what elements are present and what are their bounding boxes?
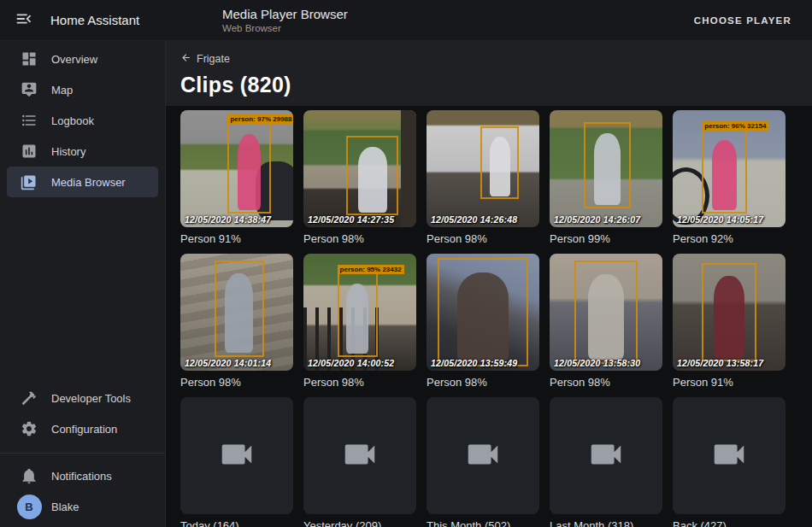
video-camera-icon — [709, 435, 749, 477]
topbar-left: Home Assistant — [0, 3, 166, 38]
sidebar-item-profile[interactable]: B Blake — [7, 491, 158, 522]
person-figure — [238, 134, 262, 209]
video-camera-icon — [463, 435, 503, 477]
sidebar-toggle-button[interactable] — [7, 3, 41, 38]
sidebar-item-configuration[interactable]: Configuration — [7, 413, 158, 444]
folder-thumbnail — [303, 397, 416, 514]
person-figure — [346, 284, 368, 353]
map-person-icon — [7, 81, 51, 98]
folder-thumbnail — [550, 397, 662, 514]
choose-player-button[interactable]: CHOOSE PLAYER — [689, 9, 797, 32]
clip-card[interactable]: 12/05/2020 13:58:30 Person 98% — [550, 254, 662, 389]
clip-thumbnail: person: 97% 29988 12/05/2020 14:38:47 — [180, 110, 293, 227]
clip-thumbnail: 12/05/2020 13:58:30 — [550, 254, 662, 371]
view-dashboard-icon — [7, 50, 51, 67]
detection-bbox — [346, 136, 398, 215]
clip-card[interactable]: 12/05/2020 14:01:14 Person 98% — [180, 254, 293, 389]
clip-card[interactable]: person: 97% 29988 12/05/2020 14:38:47 Pe… — [180, 110, 293, 246]
clip-thumbnail: person: 96% 32154 12/05/2020 14:05:17 — [673, 110, 786, 227]
sidebar-item-media-browser[interactable]: Media Browser — [7, 167, 158, 197]
sidebar-item-developer-tools[interactable]: Developer Tools — [7, 383, 158, 413]
clip-caption: Person 91% — [180, 231, 293, 246]
sidebar-item-history[interactable]: History — [7, 136, 158, 167]
clip-timestamp: 12/05/2020 14:38:47 — [185, 214, 271, 225]
clip-card[interactable]: person: 95% 23432 12/05/2020 14:00:52 Pe… — [303, 254, 416, 389]
app-title: Home Assistant — [50, 13, 139, 27]
person-figure — [594, 133, 621, 205]
clip-caption: Person 91% — [673, 375, 786, 389]
video-camera-icon — [217, 435, 256, 477]
clip-thumbnail: person: 95% 23432 12/05/2020 14:00:52 — [303, 254, 416, 371]
sidebar-item-label: History — [51, 145, 85, 158]
content-header: Frigate Clips (820) — [166, 41, 812, 106]
clip-timestamp: 12/05/2020 13:58:30 — [554, 358, 640, 368]
detection-label: person: 96% 32154 — [702, 121, 768, 131]
folder-card-last-month[interactable]: Last Month (318) — [550, 397, 662, 527]
sidebar: Overview Map Logbook History — [0, 41, 166, 527]
clip-caption: Person 98% — [427, 375, 539, 389]
sidebar-item-notifications[interactable]: Notifications — [7, 460, 158, 491]
detection-bbox: person: 96% 32154 — [702, 129, 747, 214]
clip-caption: Person 98% — [550, 375, 662, 389]
clip-grid-area: person: 97% 29988 12/05/2020 14:38:47 Pe… — [166, 106, 812, 527]
sidebar-item-label: Blake — [51, 501, 79, 513]
gear-icon — [7, 420, 51, 437]
folder-label: Yesterday (209) — [303, 518, 416, 527]
page-title: Clips (820) — [180, 73, 798, 97]
folder-card-yesterday[interactable]: Yesterday (209) — [303, 397, 416, 527]
person-figure — [490, 137, 511, 196]
person-figure — [457, 272, 509, 362]
sidebar-item-overview[interactable]: Overview — [7, 44, 158, 74]
clip-card[interactable]: 12/05/2020 14:26:07 Person 99% — [550, 110, 662, 246]
sidebar-divider — [0, 453, 165, 454]
clip-card[interactable]: 12/05/2020 14:26:48 Person 98% — [427, 110, 539, 246]
clip-card[interactable]: person: 96% 32154 12/05/2020 14:05:17 Pe… — [673, 110, 786, 246]
folder-thumbnail — [180, 397, 293, 514]
clip-card[interactable]: 12/05/2020 13:59:49 Person 98% — [427, 254, 539, 389]
clip-card[interactable]: 12/05/2020 13:58:17 Person 91% — [673, 254, 786, 389]
person-figure — [358, 147, 387, 213]
menu-open-icon — [15, 9, 33, 31]
folder-card-today[interactable]: Today (164) — [180, 397, 293, 527]
breadcrumb-back[interactable]: Frigate — [180, 52, 230, 66]
clip-card[interactable]: 12/05/2020 14:27:35 Person 98% — [303, 110, 416, 246]
breadcrumb-label: Frigate — [197, 53, 230, 65]
folder-label: Today (164) — [180, 518, 293, 527]
clip-caption: Person 98% — [303, 375, 416, 389]
dialog-title: Media Player Browser — [222, 7, 348, 22]
sidebar-item-label: Overview — [51, 53, 97, 66]
clip-timestamp: 12/05/2020 13:59:49 — [431, 358, 517, 368]
person-figure — [712, 140, 737, 209]
bulleted-list-icon — [7, 112, 51, 129]
chart-box-icon — [7, 143, 51, 160]
video-camera-icon — [340, 435, 380, 477]
detection-bbox — [438, 258, 528, 366]
detection-bbox: person: 97% 29988 — [227, 122, 270, 214]
sidebar-item-label: Map — [51, 84, 73, 97]
clip-caption: Person 99% — [550, 231, 662, 246]
clip-thumbnail: 12/05/2020 14:26:48 — [427, 110, 539, 227]
sidebar-item-map[interactable]: Map — [7, 74, 158, 105]
detection-bbox — [702, 263, 756, 361]
folder-card-back[interactable]: Back (427) — [673, 397, 786, 527]
video-camera-icon — [586, 435, 626, 477]
clip-thumbnail: 12/05/2020 14:27:35 — [303, 110, 416, 227]
person-figure — [714, 276, 744, 358]
hammer-icon — [7, 389, 51, 407]
clip-caption: Person 98% — [427, 231, 539, 246]
top-bar: Home Assistant Media Player Browser Web … — [0, 0, 812, 41]
clip-grid: person: 97% 29988 12/05/2020 14:38:47 Pe… — [166, 106, 812, 527]
folder-card-this-month[interactable]: This Month (502) — [427, 397, 539, 527]
clip-timestamp: 12/05/2020 14:05:17 — [677, 214, 763, 225]
clip-timestamp: 12/05/2020 14:26:07 — [554, 214, 640, 225]
detection-label: person: 95% 23432 — [338, 265, 404, 274]
clip-thumbnail: 12/05/2020 14:26:07 — [550, 110, 662, 227]
sidebar-item-label: Notifications — [51, 470, 112, 483]
sidebar-item-label: Logbook — [51, 114, 94, 127]
clip-thumbnail: 12/05/2020 13:58:17 — [673, 254, 786, 371]
folder-thumbnail — [427, 397, 539, 514]
sidebar-item-logbook[interactable]: Logbook — [7, 105, 158, 136]
avatar: B — [7, 495, 51, 519]
person-figure — [225, 273, 252, 353]
clip-timestamp: 12/05/2020 14:00:52 — [308, 358, 394, 368]
